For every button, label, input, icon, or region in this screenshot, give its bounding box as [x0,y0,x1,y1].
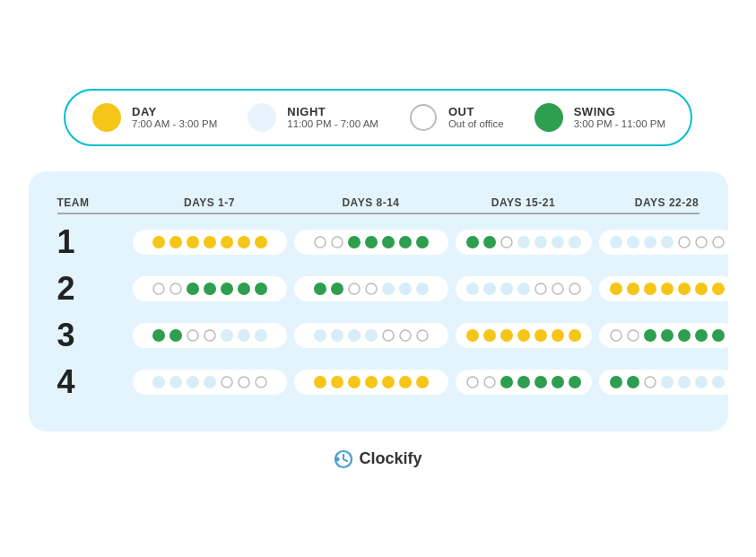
dot-n [609,235,623,249]
dot-o [568,282,582,296]
dot-s [517,375,531,389]
schedule-card: TEAM DAYS 1-7 DAYS 8-14 DAYS 15-21 DAYS … [29,171,728,431]
dots-cell [133,276,287,301]
dot-s [626,375,640,389]
dot-o [609,328,623,343]
svg-point-18 [466,236,479,248]
dot-n [381,282,395,296]
dots-cell [599,370,735,395]
night-icon [246,101,278,134]
svg-point-68 [331,329,343,342]
svg-point-88 [152,376,165,388]
svg-point-93 [239,377,249,387]
dot-n [643,235,657,249]
dot-o [398,328,413,343]
dot-n [660,235,674,249]
table-row: 3 [57,317,700,354]
svg-point-23 [552,236,564,248]
svg-point-75 [483,329,496,342]
dot-o [626,328,640,343]
dot-n [517,282,531,296]
svg-point-103 [484,377,495,387]
svg-point-76 [500,329,513,342]
svg-point-16 [399,236,412,248]
svg-point-11 [315,237,326,248]
dot-d [534,328,548,343]
svg-point-101 [416,376,429,388]
dot-o [677,235,691,249]
dot-s [152,328,166,343]
svg-point-50 [535,283,546,294]
svg-point-44 [399,283,412,295]
svg-point-3 [534,103,563,132]
svg-point-82 [628,330,639,341]
swing-time: 3:00 PM - 11:00 PM [574,118,665,129]
dot-d [415,375,430,389]
svg-point-32 [153,283,164,294]
dot-o [254,375,268,389]
dot-d [465,328,480,343]
dot-o [643,375,657,389]
svg-point-71 [383,330,394,341]
svg-point-1 [248,103,276,132]
dot-s [186,282,200,296]
swing-label: SWING [574,105,665,118]
dot-d [237,235,251,249]
dot-s [465,235,480,249]
svg-point-100 [399,376,412,388]
dot-n [254,328,268,343]
dot-s [482,235,497,249]
svg-point-64 [221,329,233,342]
svg-point-12 [332,237,343,248]
svg-point-27 [644,236,656,248]
out-sub: Out of office [448,118,504,129]
dots-cell [599,323,735,348]
svg-point-80 [569,329,581,342]
dot-s [254,282,268,296]
svg-point-42 [366,283,377,294]
dot-o [364,282,378,296]
svg-point-108 [569,376,581,388]
svg-point-15 [382,236,395,248]
dots-cell [599,276,735,301]
svg-point-112 [661,376,673,388]
svg-point-13 [348,236,361,248]
dot-s [364,235,378,249]
svg-point-36 [221,283,233,295]
dots-cell [294,230,448,255]
dot-s [347,235,361,249]
dot-o [330,235,344,249]
dot-s [568,375,582,389]
dot-n [500,282,514,296]
svg-point-73 [417,330,428,341]
dot-s [220,282,234,296]
svg-point-114 [695,376,708,388]
svg-point-10 [255,236,267,248]
dot-o [237,375,251,389]
dot-d [220,235,234,249]
svg-point-37 [238,283,250,295]
svg-point-70 [365,329,378,342]
dot-n [465,282,480,296]
dot-o [313,235,327,249]
dot-o [347,282,361,296]
svg-point-30 [696,237,707,248]
dot-s [330,282,344,296]
dot-s [169,328,183,343]
dots-cell [599,230,735,255]
footer: Clockify [334,449,421,469]
dot-o [534,282,548,296]
legend-bar: DAY 7:00 AM - 3:00 PM NIGHT 11:00 PM - 7… [64,89,692,146]
dots-cell [456,276,592,301]
dot-o [694,235,708,249]
svg-point-4 [152,236,165,248]
dot-n [534,235,548,249]
svg-point-34 [187,283,199,295]
schedule-rows: 1234 [57,223,700,401]
dot-s [415,235,430,249]
dot-d [152,235,166,249]
dot-o [220,375,234,389]
svg-point-89 [169,376,182,388]
team-number: 1 [57,223,129,261]
dot-n [237,328,251,343]
